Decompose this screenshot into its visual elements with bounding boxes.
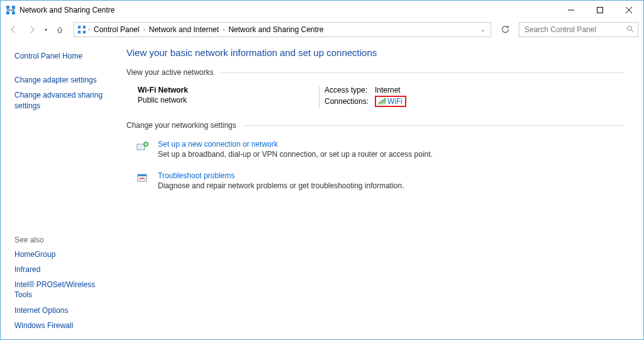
address-dropdown[interactable]: ⌄: [480, 26, 488, 33]
task-setup-connection-desc: Set up a broadband, dial-up or VPN conne…: [158, 150, 433, 159]
network-summary: Wi-Fi Network Public network: [138, 86, 314, 108]
see-also-intel[interactable]: Intel® PROSet/Wireless Tools: [14, 277, 114, 302]
task-setup-connection: Set up a new connection or network Set u…: [126, 135, 625, 166]
svg-rect-5: [597, 8, 603, 13]
divider: [319, 86, 319, 108]
network-center-icon: [6, 5, 16, 15]
close-button[interactable]: [614, 1, 643, 20]
divider: [220, 72, 625, 73]
svg-line-13: [631, 30, 633, 32]
change-settings-header: Change your networking settings: [126, 121, 625, 130]
svg-rect-10: [78, 31, 80, 33]
window-title: Network and Sharing Centre: [19, 6, 114, 14]
sidebar-home-link[interactable]: Control Panel Home: [14, 48, 114, 64]
content: View your basic network information and …: [120, 40, 643, 339]
connections-label: Connections:: [325, 97, 375, 106]
task-troubleshoot: Troubleshoot problems Diagnose and repai…: [126, 166, 625, 198]
task-troubleshoot-desc: Diagnose and repair network problems or …: [158, 181, 404, 190]
back-button[interactable]: [6, 22, 21, 37]
breadcrumb-control-panel[interactable]: Control Panel: [91, 25, 142, 34]
search-icon: [626, 25, 634, 35]
svg-rect-11: [83, 31, 86, 33]
svg-rect-17: [138, 174, 147, 176]
network-center-icon: [77, 25, 87, 35]
see-also-homegroup[interactable]: HomeGroup: [14, 247, 114, 262]
svg-rect-2: [6, 11, 9, 14]
search-box[interactable]: [519, 22, 638, 37]
svg-rect-14: [137, 144, 145, 150]
minimize-button[interactable]: [557, 1, 586, 20]
access-type-value: Internet: [375, 86, 401, 94]
sidebar-link-sharing[interactable]: Change advanced sharing settings: [14, 88, 114, 113]
svg-rect-9: [83, 26, 86, 28]
svg-point-12: [628, 26, 632, 30]
breadcrumb-network-internet[interactable]: Network and Internet: [147, 25, 221, 34]
sidebar: Control Panel Home Change adapter settin…: [1, 40, 120, 339]
svg-rect-3: [12, 11, 15, 14]
search-input[interactable]: [523, 25, 626, 35]
network-type: Public network: [138, 96, 314, 105]
access-type-label: Access type:: [325, 86, 375, 94]
window: Network and Sharing Centre ▾ › Control P…: [0, 0, 644, 340]
setup-connection-icon: [135, 140, 150, 155]
connection-wifi-link[interactable]: WiFi: [387, 97, 402, 106]
chevron-right-icon[interactable]: ›: [142, 26, 147, 33]
task-troubleshoot-link[interactable]: Troubleshoot problems: [158, 171, 404, 180]
see-also-firewall[interactable]: Windows Firewall: [14, 318, 114, 333]
window-controls: [557, 1, 643, 20]
svg-rect-8: [78, 26, 80, 28]
chevron-right-icon[interactable]: ›: [87, 26, 91, 33]
active-networks-label: View your active networks: [126, 68, 214, 77]
breadcrumb-current[interactable]: Network and Sharing Centre: [226, 25, 326, 34]
troubleshoot-icon: [135, 171, 150, 186]
up-button[interactable]: [52, 22, 67, 37]
maximize-button[interactable]: [586, 1, 614, 20]
highlight-box: WiFi: [375, 96, 406, 107]
wifi-signal-icon: [379, 98, 386, 105]
change-settings-label: Change your networking settings: [126, 121, 236, 130]
chevron-right-icon[interactable]: ›: [221, 26, 226, 33]
network-details: Access type: Internet Connections: WiFi: [325, 86, 406, 108]
titlebar: Network and Sharing Centre: [1, 1, 643, 20]
svg-rect-1: [12, 6, 15, 9]
network-name: Wi-Fi Network: [138, 86, 314, 94]
see-also-internet-options[interactable]: Internet Options: [14, 303, 114, 318]
body: Control Panel Home Change adapter settin…: [1, 40, 643, 339]
history-dropdown[interactable]: ▾: [43, 27, 48, 33]
page-heading: View your basic network information and …: [126, 47, 625, 58]
refresh-button[interactable]: [497, 22, 513, 37]
svg-rect-0: [6, 6, 9, 9]
active-network-block: Wi-Fi Network Public network Access type…: [126, 82, 625, 118]
divider: [243, 125, 625, 126]
task-setup-connection-link[interactable]: Set up a new connection or network: [158, 140, 433, 149]
active-networks-header: View your active networks: [126, 68, 625, 77]
see-also-label: See also: [14, 235, 114, 244]
forward-button[interactable]: [25, 22, 40, 37]
sidebar-link-adapter[interactable]: Change adapter settings: [14, 72, 114, 88]
navbar: ▾ › Control Panel › Network and Internet…: [1, 20, 643, 40]
address-bar[interactable]: › Control Panel › Network and Internet ›…: [74, 22, 491, 37]
see-also-infrared[interactable]: Infrared: [14, 262, 114, 277]
